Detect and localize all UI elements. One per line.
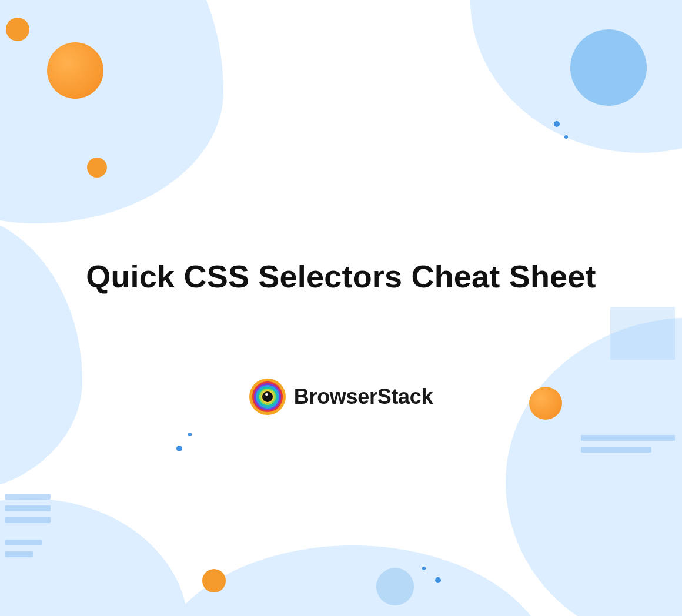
page-title: Quick CSS Selectors Cheat Sheet xyxy=(0,255,682,298)
decorative-lines xyxy=(610,307,675,360)
hero-banner: Quick CSS Selectors Cheat Sheet BrowserS… xyxy=(0,0,682,616)
blue-dot-icon xyxy=(435,577,441,583)
brand: BrowserStack xyxy=(0,379,682,415)
blue-circle-icon xyxy=(376,568,414,605)
blue-dot-icon xyxy=(554,121,560,127)
bg-blob xyxy=(506,317,682,616)
orange-circle-icon xyxy=(47,42,103,99)
blue-dot-icon xyxy=(188,433,192,436)
bg-blob xyxy=(0,212,82,494)
blue-dot-icon xyxy=(564,135,568,139)
orange-dot-icon xyxy=(6,18,29,41)
blue-dot-icon xyxy=(176,446,182,451)
decorative-lines xyxy=(5,494,51,523)
orange-dot-icon xyxy=(202,569,226,592)
browserstack-logo-icon xyxy=(249,379,286,415)
bg-blob xyxy=(0,0,223,223)
orange-dot-icon xyxy=(87,158,107,178)
decorative-lines xyxy=(5,540,42,557)
blue-circle-icon xyxy=(570,29,647,106)
decorative-lines xyxy=(581,435,675,453)
brand-name: BrowserStack xyxy=(294,384,433,409)
blue-dot-icon xyxy=(422,567,426,570)
